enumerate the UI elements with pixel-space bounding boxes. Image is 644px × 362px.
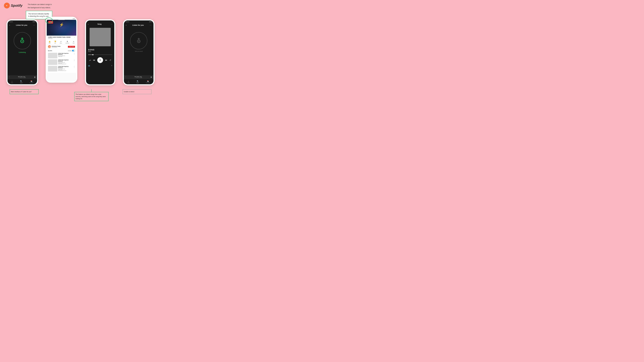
annotation-phone2-text: The feature can detect songs from outer … xyxy=(74,92,108,101)
youtube-channel-bar: F FilmSelect Trailer 3M subscribers SUBS… xyxy=(47,44,76,49)
up-next-label: Up next xyxy=(48,50,52,51)
video-title: X-MEN: DARK PHOENIX Trailer 2 (2019) xyxy=(48,36,70,38)
phone-4-no-result: Sketch 100% ‹ Listen for you ··· ⛢ Sorry… xyxy=(123,19,154,85)
up-next-video-3[interactable]: 10 Most Epic Superhero Entrances Ilham A… xyxy=(48,65,75,72)
video-menu-1[interactable]: ⋮ xyxy=(73,53,75,55)
prev-button[interactable]: ⏮ xyxy=(93,59,95,61)
mini-player-pause[interactable]: ⏸ xyxy=(34,76,36,78)
video-meta-2: 10 Most Epic Superhero Entrances Ilham A… xyxy=(58,59,72,64)
phone-4-nav-library[interactable]: 📚 Your Library xyxy=(146,80,150,83)
subscribe-button[interactable]: SUBSCRIBE xyxy=(68,46,75,48)
video-meta-3: 10 Most Epic Superhero Entrances Ilham A… xyxy=(58,66,72,71)
video-sparks: ⚡ xyxy=(59,22,64,27)
next-button[interactable]: ⏭ xyxy=(105,59,107,61)
phone-1-notch xyxy=(18,20,27,22)
phone-3-notch xyxy=(96,20,105,22)
video-menu-2[interactable]: ⋮ xyxy=(73,59,75,61)
back-arrow-icon[interactable]: ‹ xyxy=(9,24,10,26)
player-controls: ⇄ ⏮ ⏸ ⏭ ↺ xyxy=(86,56,114,64)
phone-4-notch xyxy=(134,20,143,22)
phone-4-mini-player[interactable]: ⌃ Sam Smith • Pray 📱 Devices Available ⏸ xyxy=(124,75,154,79)
repeat-button[interactable]: ↺ xyxy=(110,59,111,61)
phone-4-status-left: Sketch xyxy=(126,21,129,22)
phone-1-screen-header: ‹ Listen for you ··· xyxy=(8,23,37,27)
phone-3-song-player: ‹ Song ··· SONG Aritst ⇄ ⏮ ⏸ xyxy=(85,19,115,85)
queue-button[interactable]: ≡ xyxy=(111,65,112,66)
phone-4-pause[interactable]: ⏸ xyxy=(150,76,152,78)
like-button[interactable]: 👍 152K xyxy=(48,41,50,43)
phone-2-notch xyxy=(57,18,66,20)
phone-3-screen: ‹ Song ··· SONG Aritst ⇄ ⏮ ⏸ xyxy=(86,20,114,84)
phone-4-nav-home[interactable]: ⌂ Home xyxy=(127,80,130,83)
progress-thumb xyxy=(92,54,94,55)
sorry-ear-icon: ⛢ xyxy=(136,37,141,44)
phone-1-menu-icon[interactable]: ··· xyxy=(33,24,35,26)
red-recording-indicator: 🎤 xyxy=(48,21,53,23)
phone-2-battery: 100% xyxy=(72,18,75,19)
annotations-row: Main interface of "Listen for you" The f… xyxy=(0,88,161,102)
song-artist: Aritst xyxy=(88,51,112,52)
annotation-phone1-text: Main interface of "Listen for you" xyxy=(10,89,39,94)
annotation-phone4: Unable to detect xyxy=(122,89,152,101)
spotify-name: Spotify xyxy=(11,3,22,8)
dislike-button[interactable]: 👎 8.3K xyxy=(54,41,56,43)
phone-2-screen: 🎤 100% ⚡ X-MEN: DARK PHOENIX Trailer 2 (… xyxy=(47,18,76,82)
youtube-video-info: X-MEN: DARK PHOENIX Trailer 2 (2019) ⌄ 1… xyxy=(47,36,76,40)
header-description: The feature can detect songs in the back… xyxy=(28,3,52,9)
phone-2-youtube: 🎤 100% ⚡ X-MEN: DARK PHOENIX Trailer 2 (… xyxy=(46,17,77,83)
video-expand-icon[interactable]: ⌄ xyxy=(74,36,75,38)
mic-icon: 🎤 xyxy=(50,22,52,23)
phone-4-bottom-nav: ⌂ Home 🔍 Search 📚 Your Library xyxy=(124,79,154,84)
album-art xyxy=(90,28,111,46)
save-button[interactable]: ≡ Save xyxy=(73,41,74,43)
mini-player-chevron: ⌃ xyxy=(9,76,10,78)
phone-4-menu[interactable]: ··· xyxy=(150,24,152,26)
spotify-icon xyxy=(4,3,10,8)
autoplay-toggle[interactable] xyxy=(72,50,75,51)
video-meta-1: 10 Most Epic Superhero Entrances Ilham A… xyxy=(58,53,72,57)
up-next-video-1[interactable]: 10 Most Epic Superhero Entrances Ilham A… xyxy=(48,52,75,59)
share-button[interactable]: ↗ Share xyxy=(60,41,62,43)
youtube-up-next: Up next Autoplay 10 Most Epic Superhero … xyxy=(47,49,76,73)
download-button[interactable]: ⬇ Download xyxy=(66,41,69,43)
phone-1-title: Listen for you xyxy=(16,24,27,26)
phone-1-bottom-nav: ⌂ Home 🔍 Search 📚 Your Library xyxy=(8,79,37,84)
phone-1-status-left: Sketch xyxy=(9,21,13,22)
annotation-phone1: Main interface of "Listen for you" xyxy=(10,89,39,101)
nav-library[interactable]: 📚 Your Library xyxy=(29,80,34,83)
phone-1-screen: Sketch 100% ‹ Listen for you ··· ⛢ Liste… xyxy=(8,20,37,84)
cast-button[interactable]: 📺 xyxy=(88,65,90,66)
channel-details: FilmSelect Trailer 3M subscribers xyxy=(52,46,60,48)
channel-info: F FilmSelect Trailer 3M subscribers xyxy=(48,45,60,48)
nav-search[interactable]: 🔍 Search xyxy=(20,80,22,83)
phone-3-menu[interactable]: ··· xyxy=(110,23,112,25)
annotation-phone2: The feature can detect songs from outer … xyxy=(74,89,108,101)
phone-4-nav-search[interactable]: 🔍 Search xyxy=(136,80,139,83)
shuffle-button[interactable]: ⇄ xyxy=(89,59,91,61)
phone-1-listen-for-you: Sketch 100% ‹ Listen for you ··· ⛢ Liste… xyxy=(6,19,38,85)
phone-4-back[interactable]: ‹ xyxy=(126,24,126,26)
pause-button[interactable]: ⏸ xyxy=(97,57,103,63)
phone-3-back[interactable]: ‹ xyxy=(88,23,88,25)
progress-bar[interactable] xyxy=(88,55,112,55)
pause-icon: ⏸ xyxy=(99,59,101,61)
up-next-video-2[interactable]: 10 Most Epic Superhero Entrances Ilham A… xyxy=(48,59,75,65)
annotation-phone4-text: Unable to detect xyxy=(122,89,152,94)
nav-home[interactable]: ⌂ Home xyxy=(11,80,13,83)
phone-3-song-label: Song xyxy=(98,23,102,25)
autoplay-control[interactable]: Autoplay xyxy=(68,50,75,51)
phone-4-mini-info: Sam Smith • Pray 📱 Devices Available xyxy=(134,76,142,78)
video-menu-3[interactable]: ⋮ xyxy=(73,66,75,68)
phone-4-title: Listen for you xyxy=(132,24,144,26)
video-title-1: 10 Most Epic Superhero Entrances xyxy=(58,53,72,55)
channel-subs: 3M subscribers xyxy=(52,47,60,48)
youtube-actions-bar: 👍 152K 👎 8.3K ↗ Share ⬇ Download ≡ S xyxy=(47,40,76,44)
phone-4-screen: Sketch 100% ‹ Listen for you ··· ⛢ Sorry… xyxy=(124,20,154,84)
header: Spotify The feature can detect songs in … xyxy=(0,0,161,10)
phone-1-mini-player[interactable]: ⌃ Sam Smith • Pray 📱 Devices Available ⏸ xyxy=(8,75,37,79)
channel-avatar: F xyxy=(48,45,51,48)
autoplay-thumb xyxy=(74,50,75,51)
phones-row: Sketch 100% ‹ Listen for you ··· ⛢ Liste… xyxy=(0,18,161,87)
phone-1-battery: 100% xyxy=(32,21,35,22)
phone-4-sorry-text: Sorry no result xyxy=(124,51,154,52)
